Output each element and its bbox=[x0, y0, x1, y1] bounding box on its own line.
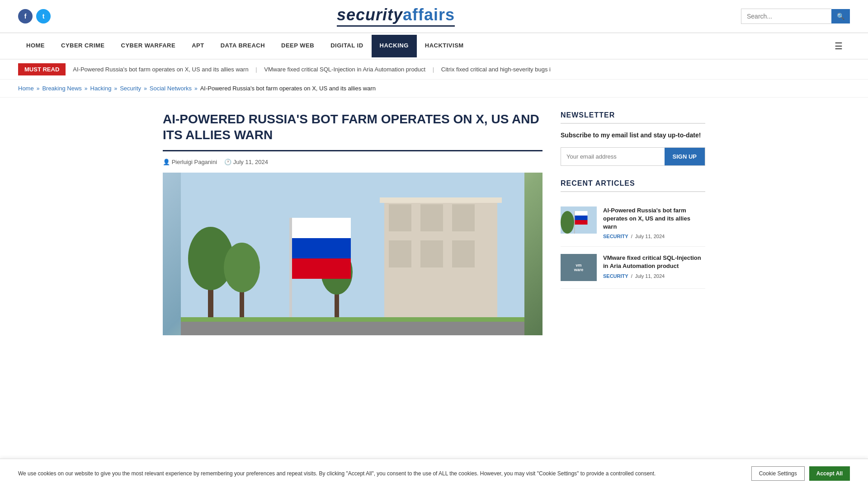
recent-article-2-tag[interactable]: SECURITY bbox=[603, 273, 628, 279]
vmware-thumb-label: vmware bbox=[573, 262, 585, 273]
ticker-item-1[interactable]: AI-Powered Russia's bot farm operates on… bbox=[73, 66, 248, 73]
recent-article-2-title[interactable]: VMware fixed critical SQL-Injection in A… bbox=[603, 254, 705, 270]
recent-article-2-sep: / bbox=[631, 273, 632, 279]
svg-rect-20 bbox=[181, 322, 524, 335]
breadcrumb-security[interactable]: Security bbox=[120, 85, 141, 92]
nav-cyber-crime[interactable]: CYBER CRIME bbox=[53, 35, 113, 57]
svg-rect-24 bbox=[575, 216, 588, 220]
newsletter-section: NEWSLETTER Subscribe to my email list an… bbox=[561, 111, 705, 166]
recent-article-1-sep: / bbox=[631, 234, 632, 239]
breadcrumb-sep-1: » bbox=[37, 85, 40, 92]
search-input[interactable] bbox=[741, 9, 831, 24]
ticker-item-3[interactable]: Citrix fixed critical and high-severity … bbox=[441, 66, 551, 73]
facebook-icon[interactable]: f bbox=[18, 9, 33, 23]
recent-article-1-date: July 11, 2024 bbox=[635, 234, 665, 239]
recent-article-2-thumb: vmware bbox=[561, 254, 597, 281]
breadcrumb: Home » Breaking News » Hacking » Securit… bbox=[0, 80, 868, 98]
must-read-badge: MUST READ bbox=[18, 63, 66, 75]
newsletter-subtitle: Subscribe to my email list and stay up-t… bbox=[561, 131, 705, 140]
signup-button[interactable]: SIGN UP bbox=[665, 148, 705, 165]
sidebar: NEWSLETTER Subscribe to my email list an… bbox=[561, 111, 705, 335]
svg-rect-18 bbox=[292, 258, 351, 279]
svg-rect-3 bbox=[420, 204, 443, 231]
article-image bbox=[163, 173, 542, 335]
site-logo[interactable]: securityaffairs bbox=[337, 5, 455, 27]
recent-article-2-meta: SECURITY / July 11, 2024 bbox=[603, 273, 705, 279]
svg-rect-4 bbox=[452, 204, 475, 231]
must-read-ticker: AI-Powered Russia's bot farm operates on… bbox=[73, 66, 551, 73]
newsletter-title: NEWSLETTER bbox=[561, 111, 705, 124]
nav-cyber-warfare[interactable]: CYBER WARFARE bbox=[113, 35, 184, 57]
nav-home[interactable]: HOME bbox=[18, 35, 53, 57]
nav-data-breach[interactable]: DATA BREACH bbox=[212, 35, 273, 57]
main-layout: AI-POWERED RUSSIA'S BOT FARM OPERATES ON… bbox=[145, 98, 723, 349]
hamburger-menu[interactable]: ☰ bbox=[827, 33, 850, 59]
search-button[interactable]: 🔍 bbox=[831, 9, 850, 23]
recent-article-1-thumb bbox=[561, 206, 597, 234]
main-nav: HOME CYBER CRIME CYBER WARFARE APT DATA … bbox=[0, 33, 868, 60]
breadcrumb-breaking-news[interactable]: Breaking News bbox=[42, 85, 81, 92]
recent-article-1[interactable]: AI-Powered Russia's bot farm operates on… bbox=[561, 199, 705, 247]
article-content: AI-POWERED RUSSIA'S BOT FARM OPERATES ON… bbox=[163, 111, 542, 335]
recent-article-1-title[interactable]: AI-Powered Russia's bot farm operates on… bbox=[603, 206, 705, 231]
breadcrumb-hacking[interactable]: Hacking bbox=[90, 85, 112, 92]
svg-rect-8 bbox=[380, 197, 502, 203]
breadcrumb-current: AI-Powered Russia's bot farm operates on… bbox=[200, 85, 376, 92]
article-illustration bbox=[163, 173, 542, 335]
breadcrumb-sep-4: » bbox=[144, 85, 147, 92]
recent-article-1-meta: SECURITY / July 11, 2024 bbox=[603, 234, 705, 239]
svg-rect-22 bbox=[574, 211, 575, 234]
svg-rect-16 bbox=[292, 218, 351, 238]
recent-article-1-info: AI-Powered Russia's bot farm operates on… bbox=[603, 206, 705, 239]
svg-rect-17 bbox=[292, 238, 351, 258]
ticker-sep-2: | bbox=[433, 66, 434, 73]
recent-article-1-tag[interactable]: SECURITY bbox=[603, 234, 628, 239]
svg-point-26 bbox=[561, 211, 574, 234]
date-meta: 🕐 July 11, 2024 bbox=[224, 159, 268, 165]
author-name[interactable]: Pierluigi Paganini bbox=[172, 159, 217, 165]
article-title: AI-POWERED RUSSIA'S BOT FARM OPERATES ON… bbox=[163, 111, 542, 151]
must-read-bar: MUST READ AI-Powered Russia's bot farm o… bbox=[0, 60, 868, 80]
nav-deep-web[interactable]: DEEP WEB bbox=[273, 35, 322, 57]
breadcrumb-sep-2: » bbox=[85, 85, 88, 92]
article-date: July 11, 2024 bbox=[233, 159, 268, 165]
svg-rect-23 bbox=[575, 211, 588, 216]
recent-articles-section: RECENT ARTICLES AI-Powered Russia's bot … bbox=[561, 179, 705, 289]
twitter-icon[interactable]: t bbox=[36, 9, 51, 23]
email-form: SIGN UP bbox=[561, 147, 705, 166]
svg-rect-7 bbox=[452, 240, 475, 267]
social-icons: f t bbox=[18, 9, 51, 23]
breadcrumb-sep-3: » bbox=[114, 85, 117, 92]
recent-article-2[interactable]: vmware VMware fixed critical SQL-Injecti… bbox=[561, 247, 705, 289]
svg-point-12 bbox=[224, 243, 260, 292]
breadcrumb-social-networks[interactable]: Social Networks bbox=[150, 85, 192, 92]
breadcrumb-home[interactable]: Home bbox=[18, 85, 34, 92]
article-meta: 👤 Pierluigi Paganini 🕐 July 11, 2024 bbox=[163, 159, 542, 165]
top-bar: f t securityaffairs 🔍 bbox=[0, 0, 868, 33]
svg-rect-2 bbox=[389, 204, 411, 231]
clock-icon: 🕐 bbox=[224, 159, 231, 165]
svg-rect-5 bbox=[389, 240, 411, 267]
nav-digital-id[interactable]: DIGITAL ID bbox=[322, 35, 371, 57]
nav-hacktivism[interactable]: HACKTIVISM bbox=[417, 35, 472, 57]
author-icon: 👤 bbox=[163, 159, 170, 165]
svg-rect-25 bbox=[575, 220, 588, 225]
recent-article-2-date: July 11, 2024 bbox=[635, 273, 665, 279]
recent-articles-title: RECENT ARTICLES bbox=[561, 179, 705, 192]
ticker-item-2[interactable]: VMware fixed critical SQL-Injection in A… bbox=[264, 66, 425, 73]
nav-hacking[interactable]: HACKING bbox=[372, 35, 417, 57]
author-meta: 👤 Pierluigi Paganini bbox=[163, 159, 217, 165]
ticker-sep-1: | bbox=[255, 66, 257, 73]
nav-apt[interactable]: APT bbox=[184, 35, 212, 57]
svg-rect-6 bbox=[420, 240, 443, 267]
breadcrumb-sep-5: » bbox=[194, 85, 198, 92]
email-input[interactable] bbox=[561, 148, 665, 165]
search-container: 🔍 bbox=[741, 9, 850, 24]
recent-article-2-info: VMware fixed critical SQL-Injection in A… bbox=[603, 254, 705, 278]
